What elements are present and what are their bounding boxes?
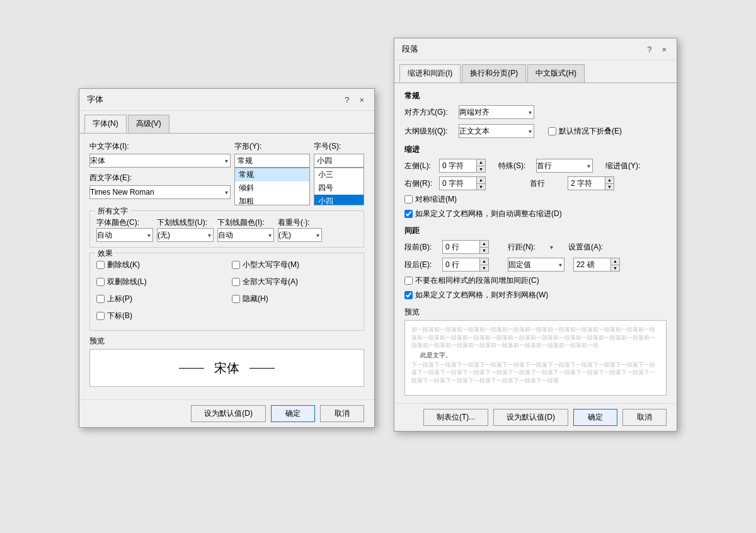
style-option-bold[interactable]: 加粗 <box>235 195 309 205</box>
font-tabs: 字体(N) 高级(V) <box>79 111 374 134</box>
before-input[interactable] <box>442 240 480 254</box>
para-close-button[interactable]: × <box>659 45 669 54</box>
para-tab-button[interactable]: 制表位(T)... <box>423 409 488 426</box>
after-input[interactable] <box>442 258 480 272</box>
emphasis-select[interactable]: (无) <box>278 228 322 242</box>
right-spinner: ▲ ▼ <box>439 176 486 190</box>
font-close-button[interactable]: × <box>357 95 367 105</box>
size-option-small3[interactable]: 小三 <box>314 168 364 181</box>
para-preview-box: 前一段落前一段落前一段落前一段落前一段落前一段落前一段落前一段落前一段落前一段落… <box>404 320 667 396</box>
small-caps-label: 小型大写字母(M) <box>243 260 299 270</box>
font-style-col: 字形(Y): 常规 倾斜 加粗 <box>234 141 310 205</box>
double-strikethrough-checkbox[interactable] <box>96 278 105 286</box>
mirror-indent-checkbox[interactable] <box>404 195 413 203</box>
collapse-label: 默认情况下折叠(E) <box>559 126 622 137</box>
indent-value-down-btn[interactable]: ▼ <box>605 183 614 190</box>
no-add-space-checkbox[interactable] <box>404 277 413 285</box>
style-input[interactable] <box>234 154 310 168</box>
superscript-checkbox[interactable] <box>96 295 105 303</box>
font-default-button[interactable]: 设为默认值(D) <box>191 405 266 422</box>
after-down-btn[interactable]: ▼ <box>480 265 488 272</box>
special-select[interactable]: 首行 <box>536 159 593 173</box>
tab-chinese-style[interactable]: 中文版式(H) <box>527 64 585 83</box>
font-ok-button[interactable]: 确定 <box>271 405 315 422</box>
indent-value-input[interactable] <box>568 176 605 190</box>
all-caps-label: 全部大写字母(A) <box>243 277 298 287</box>
align-select-wrapper: 两端对齐 <box>459 105 534 119</box>
chinese-font-select-wrapper: 宋体 <box>89 154 231 168</box>
linespacing-select[interactable]: 固定值 <box>508 258 564 272</box>
setting-up-btn[interactable]: ▲ <box>611 258 619 265</box>
para-default-button[interactable]: 设为默认值(D) <box>493 409 568 426</box>
before-down-btn[interactable]: ▼ <box>480 247 488 254</box>
tab-linebreak-pagination[interactable]: 换行和分页(P) <box>462 64 526 83</box>
preview-next-text: 下一段落下一段落下一段落下一段落下一段落下一段落下一段落下一段落下一段落下一段落… <box>411 361 660 385</box>
style-option-regular[interactable]: 常规 <box>235 168 309 181</box>
right-down-btn[interactable]: ▼ <box>477 183 485 190</box>
font-help-button[interactable]: ? <box>342 95 352 105</box>
effect-all-caps: 全部大写字母(A) <box>232 277 357 287</box>
color-select-wrapper: 自动 <box>96 228 153 242</box>
first-line-label: 首行 <box>530 178 561 189</box>
outline-select[interactable]: 正文文本 <box>459 124 534 138</box>
left-input[interactable] <box>439 159 477 173</box>
para-cancel-button[interactable]: 取消 <box>622 409 667 426</box>
indent-value-spinner-btns: ▲ ▼ <box>605 176 614 190</box>
small-caps-checkbox[interactable] <box>232 261 240 269</box>
western-font-select-wrapper: Times New Roman <box>89 185 231 199</box>
align-row: 对齐方式(G): 两端对齐 <box>404 105 667 119</box>
underline-type-label: 下划线线型(U): <box>157 217 214 228</box>
underline-color-select[interactable]: 自动 <box>217 228 274 242</box>
setting-down-btn[interactable]: ▼ <box>611 265 619 272</box>
underline-type-select[interactable]: (无) <box>157 228 214 242</box>
spacing-before-row: 段前(B): ▲ ▼ 行距(N): 设置值(A): <box>404 240 667 254</box>
grid-adjust-checkbox[interactable] <box>404 210 413 218</box>
effect-subscript: 下标(B) <box>96 311 222 321</box>
western-font-select[interactable]: Times New Roman <box>89 185 231 199</box>
size-option-small4[interactable]: 小四 <box>314 195 364 205</box>
subscript-checkbox[interactable] <box>96 312 105 320</box>
right-input[interactable] <box>439 176 477 190</box>
size-listbox[interactable]: 小三 四号 小四 <box>314 168 364 205</box>
setting-input[interactable] <box>573 258 611 272</box>
left-down-btn[interactable]: ▼ <box>477 166 485 173</box>
para-help-button[interactable]: ? <box>644 45 654 54</box>
linespacing-row: 固定值 ▲ ▼ <box>508 258 620 272</box>
collapse-checkbox[interactable] <box>548 127 556 135</box>
size-option-4[interactable]: 四号 <box>314 181 364 195</box>
align-select[interactable]: 两端对齐 <box>459 105 534 119</box>
tab-font-advanced[interactable]: 高级(V) <box>128 115 169 133</box>
grid-adjust-row: 如果定义了文档网格，则自动调整右缩进(D) <box>404 209 667 219</box>
right-up-btn[interactable]: ▲ <box>477 177 485 183</box>
mirror-indent-row: 对称缩进(M) <box>404 194 667 205</box>
all-text-box: 所有文字 字体颜色(C): 自动 下划线线型(U): (无) <box>89 210 364 248</box>
font-dialog-footer: 设为默认值(D) 确定 取消 <box>79 399 374 427</box>
superscript-label: 上标(P) <box>107 294 132 304</box>
style-listbox[interactable]: 常规 倾斜 加粗 <box>234 168 310 205</box>
strikethrough-checkbox[interactable] <box>96 261 105 269</box>
spacing-after-row: 段后(E): ▲ ▼ 固定值 <box>404 258 667 272</box>
color-select[interactable]: 自动 <box>96 228 153 242</box>
tab-font-main[interactable]: 字体(N) <box>84 115 127 133</box>
chinese-font-select[interactable]: 宋体 <box>89 154 231 168</box>
hidden-label: 隐藏(H) <box>243 294 268 304</box>
color-group: 字体颜色(C): 自动 <box>96 217 153 242</box>
tab-indent-spacing[interactable]: 缩进和间距(I) <box>399 64 461 83</box>
hidden-checkbox[interactable] <box>232 295 240 303</box>
special-label: 特殊(S): <box>498 161 530 171</box>
spacing-group: 间距 段前(B): ▲ ▼ 行距(N): 设置值(A): 段后(E): <box>404 226 667 301</box>
font-preview-label: 预览 <box>89 336 364 347</box>
effects-legend: 效果 <box>95 248 115 259</box>
all-caps-checkbox[interactable] <box>232 278 240 286</box>
underline-color-group: 下划线颜色(I): 自动 <box>217 217 274 242</box>
indent-value-up-btn[interactable]: ▲ <box>605 177 614 183</box>
size-input[interactable] <box>314 154 364 168</box>
after-up-btn[interactable]: ▲ <box>480 258 488 265</box>
font-cancel-button[interactable]: 取消 <box>320 405 364 422</box>
grid-align-checkbox[interactable] <box>404 291 413 299</box>
style-option-italic[interactable]: 倾斜 <box>235 181 309 195</box>
color-label: 字体颜色(C): <box>96 217 153 228</box>
left-up-btn[interactable]: ▲ <box>477 159 485 166</box>
before-up-btn[interactable]: ▲ <box>480 241 488 247</box>
para-ok-button[interactable]: 确定 <box>573 409 617 426</box>
